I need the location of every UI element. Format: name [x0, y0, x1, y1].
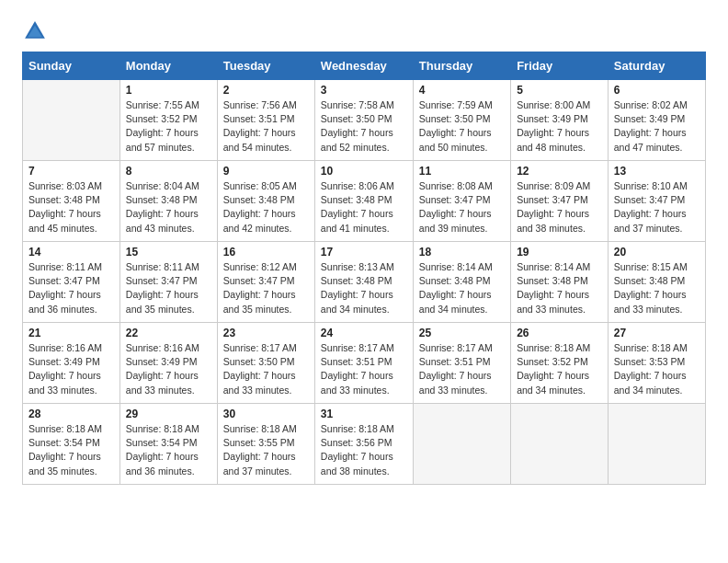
- day-number: 25: [419, 327, 505, 339]
- col-header-saturday: Saturday: [608, 52, 705, 80]
- day-cell: 17Sunrise: 8:13 AMSunset: 3:48 PMDayligh…: [314, 242, 413, 323]
- day-cell: 8Sunrise: 8:04 AMSunset: 3:48 PMDaylight…: [119, 161, 217, 242]
- day-number: 16: [223, 246, 309, 259]
- col-header-tuesday: Tuesday: [217, 52, 314, 80]
- day-cell: 28Sunrise: 8:18 AMSunset: 3:54 PMDayligh…: [23, 404, 120, 485]
- day-number: 19: [517, 246, 602, 259]
- day-cell: 19Sunrise: 8:14 AMSunset: 3:48 PMDayligh…: [511, 242, 609, 323]
- day-cell: 22Sunrise: 8:16 AMSunset: 3:49 PMDayligh…: [119, 323, 217, 404]
- day-number: 3: [321, 84, 407, 97]
- day-number: 1: [126, 84, 211, 97]
- day-info: Sunrise: 8:17 AMSunset: 3:51 PMDaylight:…: [419, 341, 505, 397]
- day-info: Sunrise: 7:55 AMSunset: 3:52 PMDaylight:…: [126, 98, 211, 155]
- day-info: Sunrise: 8:03 AMSunset: 3:48 PMDaylight:…: [28, 179, 114, 236]
- day-info: Sunrise: 7:59 AMSunset: 3:50 PMDaylight:…: [419, 98, 505, 155]
- day-cell: 4Sunrise: 7:59 AMSunset: 3:50 PMDaylight…: [413, 80, 510, 161]
- col-header-sunday: Sunday: [23, 52, 120, 80]
- day-info: Sunrise: 8:11 AMSunset: 3:47 PMDaylight:…: [28, 260, 114, 316]
- day-info: Sunrise: 8:13 AMSunset: 3:48 PMDaylight:…: [321, 260, 407, 316]
- day-cell: 30Sunrise: 8:18 AMSunset: 3:55 PMDayligh…: [217, 404, 314, 485]
- day-number: 9: [223, 165, 309, 178]
- day-info: Sunrise: 8:02 AMSunset: 3:49 PMDaylight:…: [614, 98, 700, 155]
- day-info: Sunrise: 7:56 AMSunset: 3:51 PMDaylight:…: [223, 98, 309, 155]
- day-info: Sunrise: 8:18 AMSunset: 3:56 PMDaylight:…: [321, 422, 407, 478]
- day-cell: 26Sunrise: 8:18 AMSunset: 3:52 PMDayligh…: [511, 323, 609, 404]
- day-number: 27: [614, 327, 700, 339]
- day-info: Sunrise: 8:12 AMSunset: 3:47 PMDaylight:…: [223, 260, 309, 316]
- day-number: 18: [419, 246, 505, 259]
- day-number: 12: [517, 165, 602, 178]
- day-number: 22: [126, 327, 211, 339]
- day-info: Sunrise: 7:58 AMSunset: 3:50 PMDaylight:…: [321, 98, 407, 155]
- day-number: 20: [614, 246, 700, 259]
- day-number: 5: [517, 84, 602, 97]
- col-header-wednesday: Wednesday: [314, 52, 413, 80]
- day-cell: 31Sunrise: 8:18 AMSunset: 3:56 PMDayligh…: [314, 404, 413, 485]
- day-cell: 3Sunrise: 7:58 AMSunset: 3:50 PMDaylight…: [314, 80, 413, 161]
- day-cell: 7Sunrise: 8:03 AMSunset: 3:48 PMDaylight…: [23, 161, 120, 242]
- calendar-table: SundayMondayTuesdayWednesdayThursdayFrid…: [22, 52, 706, 485]
- day-info: Sunrise: 8:00 AMSunset: 3:49 PMDaylight:…: [517, 98, 602, 155]
- day-cell: [511, 404, 609, 485]
- week-row-1: 1Sunrise: 7:55 AMSunset: 3:52 PMDaylight…: [23, 80, 706, 161]
- day-info: Sunrise: 8:16 AMSunset: 3:49 PMDaylight:…: [126, 341, 211, 397]
- day-number: 15: [126, 246, 211, 259]
- day-number: 23: [223, 327, 309, 339]
- day-number: 4: [419, 84, 505, 97]
- day-info: Sunrise: 8:18 AMSunset: 3:55 PMDaylight:…: [223, 422, 309, 478]
- week-row-2: 7Sunrise: 8:03 AMSunset: 3:48 PMDaylight…: [23, 161, 706, 242]
- week-row-4: 21Sunrise: 8:16 AMSunset: 3:49 PMDayligh…: [23, 323, 706, 404]
- day-info: Sunrise: 8:06 AMSunset: 3:48 PMDaylight:…: [321, 179, 407, 236]
- day-number: 8: [126, 165, 211, 178]
- day-number: 10: [321, 165, 407, 178]
- logo: [22, 18, 51, 44]
- day-cell: 25Sunrise: 8:17 AMSunset: 3:51 PMDayligh…: [413, 323, 510, 404]
- week-row-5: 28Sunrise: 8:18 AMSunset: 3:54 PMDayligh…: [23, 404, 706, 485]
- day-cell: [608, 404, 705, 485]
- day-cell: 10Sunrise: 8:06 AMSunset: 3:48 PMDayligh…: [314, 161, 413, 242]
- day-info: Sunrise: 8:16 AMSunset: 3:49 PMDaylight:…: [28, 341, 114, 397]
- day-cell: [23, 80, 120, 161]
- day-number: 17: [321, 246, 407, 259]
- day-cell: 9Sunrise: 8:05 AMSunset: 3:48 PMDaylight…: [217, 161, 314, 242]
- day-number: 21: [28, 327, 114, 339]
- day-number: 28: [28, 408, 114, 420]
- day-cell: 5Sunrise: 8:00 AMSunset: 3:49 PMDaylight…: [511, 80, 609, 161]
- day-cell: 13Sunrise: 8:10 AMSunset: 3:47 PMDayligh…: [608, 161, 705, 242]
- day-cell: 12Sunrise: 8:09 AMSunset: 3:47 PMDayligh…: [511, 161, 609, 242]
- day-info: Sunrise: 8:11 AMSunset: 3:47 PMDaylight:…: [126, 260, 211, 316]
- day-info: Sunrise: 8:05 AMSunset: 3:48 PMDaylight:…: [223, 179, 309, 236]
- day-number: 11: [419, 165, 505, 178]
- day-info: Sunrise: 8:04 AMSunset: 3:48 PMDaylight:…: [126, 179, 211, 236]
- day-number: 13: [614, 165, 700, 178]
- day-info: Sunrise: 8:17 AMSunset: 3:51 PMDaylight:…: [321, 341, 407, 397]
- header: [22, 18, 706, 44]
- day-number: 31: [321, 408, 407, 420]
- day-cell: 16Sunrise: 8:12 AMSunset: 3:47 PMDayligh…: [217, 242, 314, 323]
- day-number: 6: [614, 84, 700, 97]
- day-info: Sunrise: 8:18 AMSunset: 3:54 PMDaylight:…: [28, 422, 114, 478]
- day-cell: 15Sunrise: 8:11 AMSunset: 3:47 PMDayligh…: [119, 242, 217, 323]
- day-cell: 18Sunrise: 8:14 AMSunset: 3:48 PMDayligh…: [413, 242, 510, 323]
- day-number: 7: [28, 165, 114, 178]
- day-cell: 1Sunrise: 7:55 AMSunset: 3:52 PMDaylight…: [119, 80, 217, 161]
- day-info: Sunrise: 8:14 AMSunset: 3:48 PMDaylight:…: [419, 260, 505, 316]
- day-number: 2: [223, 84, 309, 97]
- day-info: Sunrise: 8:17 AMSunset: 3:50 PMDaylight:…: [223, 341, 309, 397]
- col-header-monday: Monday: [119, 52, 217, 80]
- day-info: Sunrise: 8:10 AMSunset: 3:47 PMDaylight:…: [614, 179, 700, 236]
- day-info: Sunrise: 8:15 AMSunset: 3:48 PMDaylight:…: [614, 260, 700, 316]
- day-number: 29: [126, 408, 211, 420]
- day-cell: 27Sunrise: 8:18 AMSunset: 3:53 PMDayligh…: [608, 323, 705, 404]
- day-info: Sunrise: 8:14 AMSunset: 3:48 PMDaylight:…: [517, 260, 602, 316]
- day-info: Sunrise: 8:18 AMSunset: 3:52 PMDaylight:…: [517, 341, 602, 397]
- day-info: Sunrise: 8:08 AMSunset: 3:47 PMDaylight:…: [419, 179, 505, 236]
- day-cell: 24Sunrise: 8:17 AMSunset: 3:51 PMDayligh…: [314, 323, 413, 404]
- week-row-3: 14Sunrise: 8:11 AMSunset: 3:47 PMDayligh…: [23, 242, 706, 323]
- day-cell: 11Sunrise: 8:08 AMSunset: 3:47 PMDayligh…: [413, 161, 510, 242]
- col-header-thursday: Thursday: [413, 52, 510, 80]
- day-number: 14: [28, 246, 114, 259]
- day-number: 26: [517, 327, 602, 339]
- day-info: Sunrise: 8:09 AMSunset: 3:47 PMDaylight:…: [517, 179, 602, 236]
- day-number: 24: [321, 327, 407, 339]
